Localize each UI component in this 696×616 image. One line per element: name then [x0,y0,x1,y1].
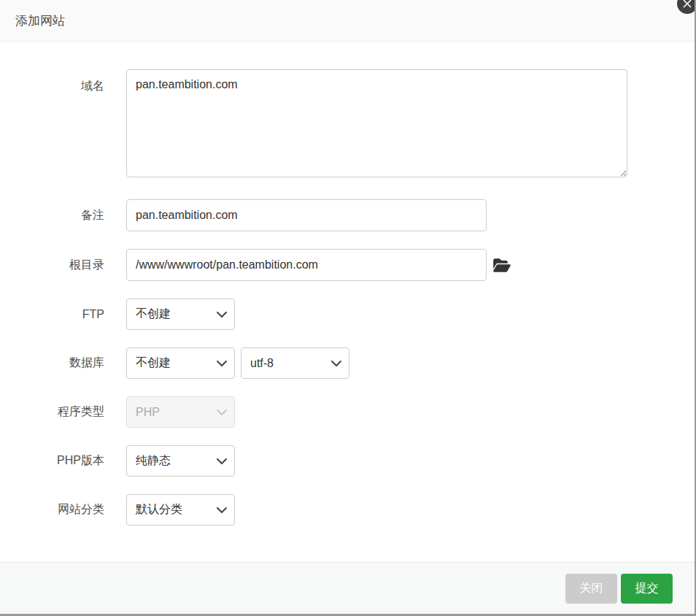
ftp-select[interactable]: 不创建 [126,299,235,330]
chevron-down-icon [217,409,227,415]
category-select-value: 默认分类 [136,502,182,517]
domain-label: 域名 [0,69,104,94]
apptype-select: PHP [126,396,235,428]
field-row-remark: 备注 [0,199,695,231]
database-select-value: 不创建 [136,355,171,371]
ftp-label: FTP [0,308,104,321]
field-row-domain: 域名 pan.teambition.com [0,69,695,177]
apptype-label: 程序类型 [0,404,104,420]
add-website-dialog: 添加网站 域名 pan.teambition.com 备注 根目录 [0,0,696,616]
category-label: 网站分类 [0,502,104,517]
database-label: 数据库 [0,355,104,371]
domain-textarea[interactable]: pan.teambition.com [126,69,627,177]
x-glyph [683,0,692,8]
ftp-select-value: 不创建 [136,307,171,322]
folder-open-icon[interactable] [493,258,511,273]
phpversion-select-value: 纯静态 [136,453,171,469]
category-select[interactable]: 默认分类 [126,494,235,525]
remark-input[interactable] [126,199,487,231]
dialog-footer: 关闭 提交 [0,562,695,614]
apptype-select-value: PHP [136,406,160,419]
chevron-down-icon [217,507,227,513]
rootdir-input[interactable] [126,249,487,281]
chevron-down-icon [331,360,341,366]
chevron-down-icon [217,360,227,366]
field-row-ftp: FTP 不创建 [0,299,695,330]
phpversion-select[interactable]: 纯静态 [126,445,235,477]
dialog-header: 添加网站 [0,0,695,42]
field-row-phpversion: PHP版本 纯静态 [0,445,695,477]
field-row-apptype: 程序类型 PHP [0,396,695,428]
chevron-down-icon [217,311,227,317]
charset-select-value: utf-8 [250,357,274,370]
submit-button[interactable]: 提交 [621,574,673,604]
field-row-database: 数据库 不创建 utf-8 [0,347,695,379]
dialog-title: 添加网站 [15,12,65,29]
phpversion-label: PHP版本 [0,453,104,469]
dialog-body: 域名 pan.teambition.com 备注 根目录 FTP 不创建 [0,42,695,525]
close-button[interactable]: 关闭 [565,574,617,604]
remark-label: 备注 [0,208,104,223]
chevron-down-icon [217,458,227,464]
rootdir-label: 根目录 [0,258,104,273]
charset-select[interactable]: utf-8 [241,347,349,379]
database-select[interactable]: 不创建 [126,347,235,379]
field-row-rootdir: 根目录 [0,249,695,281]
field-row-category: 网站分类 默认分类 [0,494,695,525]
